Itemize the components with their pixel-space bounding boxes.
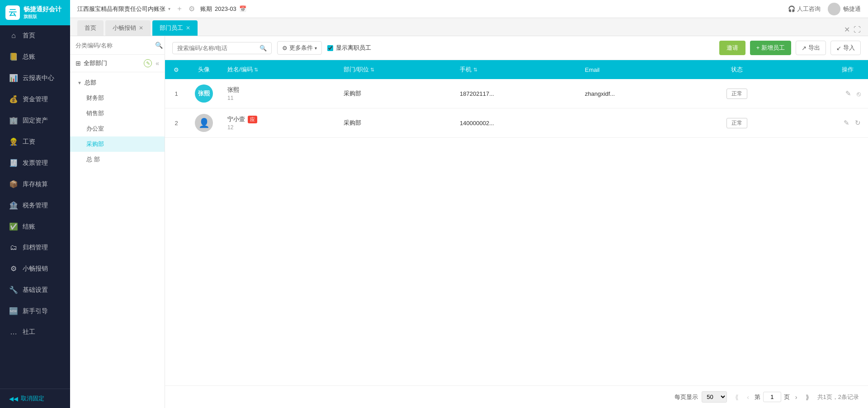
sidebar-item-new-guide[interactable]: 🆕 新手引导 — [0, 300, 70, 322]
logo-text: 畅捷通好会计 旗舰版 — [24, 5, 61, 20]
sidebar-item-tax-mgmt[interactable]: 🏦 税务管理 — [0, 195, 70, 216]
page-last-btn[interactable]: ⟫ — [803, 393, 812, 402]
payroll-icon: 👷 — [9, 137, 18, 146]
invite-button[interactable]: 邀请 — [719, 41, 745, 55]
dept-edit-icon[interactable]: ✎ — [144, 59, 152, 67]
table-footer: 每页显示 50 100 200 ⟪ ‹ 第 页 › — [165, 385, 868, 408]
tab-dept-employee-close[interactable]: ✕ — [186, 25, 190, 31]
settings-button[interactable]: ⚙ — [189, 5, 195, 13]
dept-group-name: 总部 — [85, 79, 96, 87]
dept-item-purchase-label: 采购部 — [86, 141, 104, 147]
unpin-button[interactable]: ◀◀ 取消固定 — [0, 389, 70, 408]
add-employee-button[interactable]: + 新增员工 — [750, 41, 791, 55]
employee-search-input[interactable] — [177, 45, 256, 52]
col-phone[interactable]: 手机 ⇅ — [453, 60, 578, 79]
table-row: 2 👤 宁小壹 应 — [165, 108, 868, 138]
dept-item-finance[interactable]: 财务部 — [70, 90, 165, 106]
page-next-btn[interactable]: › — [793, 393, 800, 402]
add-company-button[interactable]: ＋ — [176, 4, 183, 14]
right-toolbar: 🔍 ⚙ 更多条件 ▾ 显示离职员工 邀请 + 新增员工 ↗ 导出 — [165, 36, 868, 60]
col-avatar: 头像 — [188, 60, 220, 79]
expand-icon[interactable]: ⛶ — [854, 26, 861, 34]
pagesize-select[interactable]: 50 100 200 — [702, 391, 727, 403]
show-resigned-input[interactable] — [327, 45, 333, 51]
dept-search-input[interactable] — [75, 42, 151, 49]
sidebar-item-payroll[interactable]: 👷 工资 — [0, 131, 70, 152]
topbar-right: 🎧 人工咨询 畅捷通 — [788, 3, 861, 15]
period-display: 账期 2023-03 📅 — [200, 5, 246, 13]
refresh-icon[interactable]: ↻ — [855, 119, 861, 127]
sidebar-item-inventory[interactable]: 📦 库存核算 — [0, 174, 70, 195]
user-name: 畅捷通 — [843, 5, 861, 13]
dept-title-label: 全部部门 — [84, 59, 107, 67]
tabbar-actions: ✕ ⛶ — [844, 25, 861, 36]
dept-item-hq[interactable]: 总 部 — [70, 152, 165, 167]
row-avatar: 👤 — [188, 108, 220, 138]
edit-icon[interactable]: ✎ — [844, 119, 849, 127]
dept-collapse-icon[interactable]: « — [156, 60, 159, 67]
sidebar-item-checkout[interactable]: ✅ 结账 — [0, 216, 70, 237]
action-icons: ✎ ⎋ — [789, 89, 861, 98]
show-resigned-checkbox[interactable]: 显示离职员工 — [327, 44, 371, 52]
dept-group-header[interactable]: ▼ 总部 — [70, 75, 165, 90]
logout-icon[interactable]: ⎋ — [857, 90, 861, 98]
content-area: 🔍 ⊞ 全部部门 ✎ « ▼ 总部 — [70, 36, 868, 408]
company-selector[interactable]: 江西服宝精品有限责任公司内账张 ▾ — [77, 5, 170, 13]
sidebar-item-archive-mgmt[interactable]: 🗂 归档管理 — [0, 237, 70, 258]
dept-item-sales[interactable]: 销售部 — [70, 106, 165, 121]
row-email — [578, 108, 692, 138]
dept-header: ⊞ 全部部门 ✎ « — [70, 55, 165, 72]
sidebar-item-fixed-assets[interactable]: 🏢 固定资产 — [0, 110, 70, 131]
row-dept: 采购部 — [336, 79, 453, 108]
row-name-code: 张熙 11 — [220, 79, 336, 108]
col-email: Email — [578, 60, 692, 79]
dept-item-purchase[interactable]: 采购部 — [70, 136, 165, 152]
row-status: 正常 — [692, 79, 782, 108]
page-number-input[interactable] — [763, 392, 781, 402]
tab-home-label: 首页 — [85, 24, 96, 32]
logo-sub: 旗舰版 — [24, 14, 61, 20]
service-button[interactable]: 🎧 人工咨询 — [788, 5, 821, 13]
row-status: 正常 — [692, 108, 782, 138]
page-label: 第 — [755, 393, 760, 401]
dept-item-finance-label: 财务部 — [86, 94, 104, 101]
sidebar-item-xiao-chang[interactable]: ⚙ 小畅报销 — [0, 258, 70, 279]
import-icon: ↙ — [836, 45, 841, 52]
sidebar-item-fund-mgmt[interactable]: 💰 资金管理 — [0, 89, 70, 110]
checkout-icon: ✅ — [9, 222, 18, 231]
sidebar-item-general-ledger[interactable]: 📒 总账 — [0, 46, 70, 67]
sidebar-item-home-label: 首页 — [23, 32, 35, 40]
sidebar-item-basic-settings[interactable]: 🔧 基础设置 — [0, 279, 70, 300]
tab-dept-employee[interactable]: 部门员工 ✕ — [152, 20, 198, 36]
dept-item-office-label: 办公室 — [86, 125, 104, 132]
sidebar-item-home[interactable]: ⌂ 首页 — [0, 25, 70, 46]
sidebar-item-more[interactable]: … 社工 — [0, 322, 70, 342]
sidebar-item-invoice-mgmt[interactable]: 🧾 发票管理 — [0, 152, 70, 174]
filter-icon: ⚙ — [282, 45, 288, 52]
tab-xiaochang-close[interactable]: ✕ — [139, 25, 143, 31]
row-name-code: 宁小壹 应 12 — [220, 108, 336, 138]
tab-xiaochang[interactable]: 小畅报销 ✕ — [105, 20, 151, 36]
filter-button[interactable]: ⚙ 更多条件 ▾ — [277, 41, 322, 55]
row-phone: 187202117... — [453, 79, 578, 108]
close-window-icon[interactable]: ✕ — [844, 25, 850, 34]
user-menu[interactable]: 畅捷通 — [828, 3, 861, 15]
export-button[interactable]: ↗ 导出 — [796, 41, 826, 55]
col-name[interactable]: 姓名/编码 ⇅ — [220, 60, 336, 79]
col-dept[interactable]: 部门/职位 ⇅ — [336, 60, 453, 79]
tab-home[interactable]: 首页 — [77, 20, 104, 36]
sidebar-item-inventory-label: 库存核算 — [23, 180, 48, 188]
import-button[interactable]: ↙ 导入 — [830, 41, 861, 55]
col-settings[interactable]: ⚙ — [165, 60, 188, 79]
edit-icon[interactable]: ✎ — [845, 89, 851, 98]
page-first-btn[interactable]: ⟪ — [732, 393, 741, 402]
xiaochang-icon: ⚙ — [9, 264, 18, 273]
assets-icon: 🏢 — [9, 116, 18, 125]
page-prev-btn[interactable]: ‹ — [744, 393, 752, 402]
dept-item-office[interactable]: 办公室 — [70, 121, 165, 136]
dept-search: 🔍 — [70, 36, 165, 55]
fund-icon: 💰 — [9, 95, 18, 103]
tax-icon: 🏦 — [9, 201, 18, 210]
name-row: 张熙 — [227, 86, 329, 94]
sidebar-item-report-center[interactable]: 📊 云报表中心 — [0, 67, 70, 89]
